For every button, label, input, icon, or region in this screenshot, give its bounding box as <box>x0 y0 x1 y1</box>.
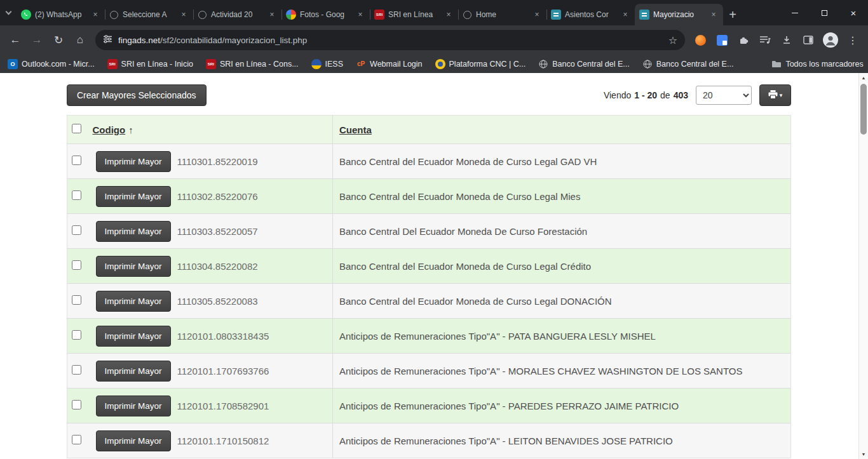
tab-close-icon[interactable]: × <box>179 10 189 20</box>
bookmark-outlook[interactable]: O Outlook.com - Micr... <box>8 59 95 69</box>
browser-tab-home[interactable]: Home × <box>458 4 546 25</box>
tab-close-icon[interactable]: × <box>532 10 542 20</box>
row-checkbox[interactable] <box>72 435 81 444</box>
row-checkbox[interactable] <box>72 225 81 235</box>
imprimir-mayor-button[interactable]: Imprimir Mayor <box>96 291 171 312</box>
imprimir-mayor-button[interactable]: Imprimir Mayor <box>96 151 171 172</box>
home-button[interactable]: ⌂ <box>70 30 90 50</box>
imprimir-mayor-button[interactable]: Imprimir Mayor <box>96 256 171 277</box>
tab-search-button[interactable] <box>0 0 17 25</box>
bookmarks-bar: O Outlook.com - Micr... SRI SRI en Línea… <box>0 55 868 73</box>
row-checkbox[interactable] <box>72 365 81 375</box>
close-button[interactable]: × <box>839 0 868 25</box>
tab-close-icon[interactable]: × <box>709 10 719 20</box>
codigo-value: 1120101.1707693766 <box>177 366 269 376</box>
url-path: /sf2/contabilidad/mayorizacion_list.php <box>160 36 307 45</box>
tab-close-icon[interactable]: × <box>90 10 100 20</box>
scrollbar-thumb[interactable] <box>860 84 867 135</box>
whatsapp-icon <box>21 10 31 20</box>
all-bookmarks-button[interactable]: Todos los marcadores <box>771 59 863 69</box>
codigo-value: 1120101.0803318435 <box>177 331 269 342</box>
sri-icon: SRI <box>374 10 384 20</box>
bookmark-webmail[interactable]: cP Webmail Login <box>356 59 422 69</box>
extensions-puzzle-button[interactable] <box>733 30 754 50</box>
tab-close-icon[interactable]: × <box>444 10 454 20</box>
maximize-button[interactable] <box>810 0 839 25</box>
browser-tab-sri[interactable]: SRI SRI en Línea × <box>370 4 458 25</box>
iess-icon <box>311 59 322 69</box>
cuenta-value: Banco Central Del Ecuador Moneda De Curs… <box>333 214 791 249</box>
browser-tab-seleccione[interactable]: Seleccione A × <box>105 4 193 25</box>
tab-title: Home <box>476 10 528 19</box>
downloads-button[interactable] <box>776 30 797 50</box>
paging-status: Viendo 1 - 20 de 403 <box>604 90 688 100</box>
page-size-select[interactable]: 20 <box>696 86 752 105</box>
imprimir-mayor-button[interactable]: Imprimir Mayor <box>96 221 171 242</box>
imprimir-mayor-button[interactable]: Imprimir Mayor <box>96 396 171 416</box>
site-info-icon[interactable] <box>103 34 112 46</box>
bookmark-iess[interactable]: IESS <box>311 59 344 69</box>
profile-avatar[interactable] <box>820 30 841 50</box>
sri-icon: SRI <box>206 59 216 69</box>
tab-title: (2) WhatsApp <box>35 10 86 19</box>
extension-icon-orange[interactable] <box>690 30 710 50</box>
cuenta-value: Banco Central del Ecuador Moneda de Curs… <box>333 179 791 214</box>
browser-tab-mayorizacion-active[interactable]: Mayorizacio × <box>635 4 723 25</box>
bookmark-sri-consultas[interactable]: SRI SRI en Línea - Cons... <box>206 59 299 69</box>
table-row: Imprimir Mayor 1120101.0803318435 Antici… <box>67 319 791 354</box>
outlook-icon: O <box>8 59 18 69</box>
side-panel-icon <box>803 36 813 44</box>
bookmark-sri-inicio[interactable]: SRI SRI en Línea - Inicio <box>107 59 193 69</box>
tab-title: Actividad 20 <box>211 10 263 19</box>
scroll-up-arrow[interactable]: ▲ <box>859 73 868 83</box>
bookmark-star-icon[interactable]: ☆ <box>668 34 677 46</box>
browser-menu-button[interactable]: ⋮ <box>843 30 863 50</box>
table-row: Imprimir Mayor 1110303.85220057 Banco Ce… <box>67 214 791 249</box>
tab-title: SRI en Línea <box>388 10 440 19</box>
bookmark-banco-central-2[interactable]: Banco Central del E... <box>642 59 734 69</box>
row-checkbox[interactable] <box>72 190 81 200</box>
google-photos-icon <box>286 10 296 20</box>
sort-cuenta-link[interactable]: Cuenta <box>339 124 372 135</box>
media-controls-button[interactable] <box>755 30 775 50</box>
back-button[interactable]: ← <box>5 30 25 50</box>
table-row: Imprimir Mayor 1110304.85220082 Banco Ce… <box>67 249 791 284</box>
select-all-checkbox[interactable] <box>72 124 81 133</box>
new-tab-button[interactable]: + <box>723 4 742 25</box>
address-bar[interactable]: fingads.net/sf2/contabilidad/mayorizacio… <box>95 30 685 50</box>
imprimir-mayor-button[interactable]: Imprimir Mayor <box>96 430 171 451</box>
print-menu-button[interactable]: ▾ <box>759 84 791 106</box>
table-row: Imprimir Mayor 1120101.1708582901 Antici… <box>67 389 791 423</box>
bookmark-label: Banco Central del E... <box>656 60 734 69</box>
minimize-button[interactable] <box>780 0 810 25</box>
bookmark-cnc[interactable]: Plataforma CNC | C... <box>435 59 526 69</box>
imprimir-mayor-button[interactable]: Imprimir Mayor <box>96 326 171 347</box>
row-checkbox[interactable] <box>72 400 81 409</box>
crear-mayores-button[interactable]: Crear Mayores Seleccionados <box>67 84 207 106</box>
tab-close-icon[interactable]: × <box>267 10 277 20</box>
reload-button[interactable]: ↻ <box>48 30 69 50</box>
scroll-down-arrow[interactable]: ▼ <box>859 449 868 459</box>
bookmark-banco-central-1[interactable]: Banco Central del E... <box>538 59 630 69</box>
tab-close-icon[interactable]: × <box>620 10 630 20</box>
forward-button[interactable]: → <box>27 30 47 50</box>
imprimir-mayor-button[interactable]: Imprimir Mayor <box>96 361 171 382</box>
row-checkbox[interactable] <box>72 260 81 270</box>
translate-extension-icon[interactable] <box>712 30 732 50</box>
row-checkbox[interactable] <box>72 156 81 165</box>
tab-close-icon[interactable]: × <box>355 10 365 20</box>
sort-codigo-link[interactable]: Codigo <box>93 124 126 135</box>
browser-tab-fotos[interactable]: Fotos - Goog × <box>281 4 370 25</box>
tab-title: Asientos Cor <box>565 10 616 19</box>
row-checkbox[interactable] <box>72 330 81 340</box>
page-scrollbar[interactable]: ▲ ▼ <box>858 73 868 459</box>
browser-tab-asientos[interactable]: Asientos Cor × <box>546 4 635 25</box>
browser-tab-whatsapp[interactable]: (2) WhatsApp × <box>17 4 105 25</box>
row-checkbox[interactable] <box>72 295 81 305</box>
tab-strip: (2) WhatsApp × Seleccione A × Actividad … <box>17 4 723 25</box>
imprimir-mayor-button[interactable]: Imprimir Mayor <box>96 186 171 207</box>
codigo-value: 1110302.85220076 <box>177 191 258 202</box>
side-panel-button[interactable] <box>798 30 818 50</box>
select-all-cell <box>67 116 86 144</box>
browser-tab-actividad[interactable]: Actividad 20 × <box>193 4 281 25</box>
